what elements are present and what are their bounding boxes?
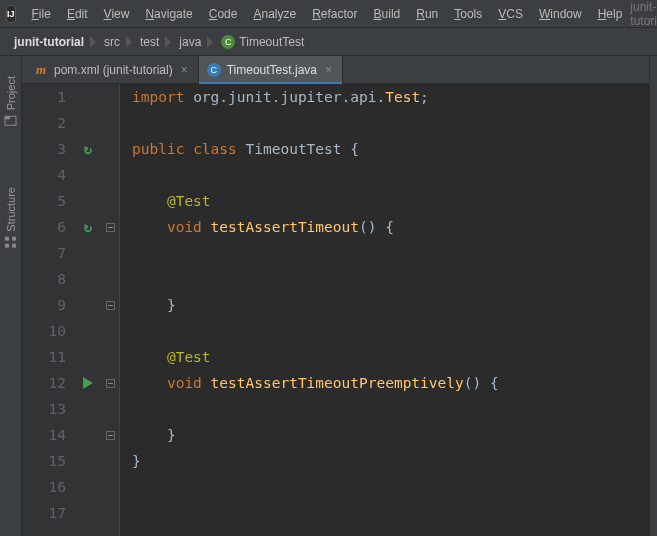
tool-tab-label: Project bbox=[5, 76, 17, 110]
gutter-marker-empty bbox=[74, 448, 102, 474]
breadcrumb-segment[interactable]: test bbox=[134, 33, 165, 51]
chevron-right-icon bbox=[126, 34, 134, 50]
code-line[interactable] bbox=[132, 110, 657, 136]
menu-window[interactable]: Window bbox=[531, 3, 590, 25]
close-icon[interactable]: × bbox=[179, 63, 190, 77]
menu-code[interactable]: Code bbox=[201, 3, 246, 25]
gutter-marker-empty bbox=[74, 396, 102, 422]
gutter-marker-empty bbox=[74, 318, 102, 344]
code-line[interactable]: @Test bbox=[132, 344, 657, 370]
code-line[interactable] bbox=[132, 500, 657, 526]
code-line[interactable] bbox=[132, 162, 657, 188]
tool-tab-project[interactable]: Project bbox=[4, 76, 17, 127]
fold-empty bbox=[102, 136, 119, 162]
fold-empty bbox=[102, 448, 119, 474]
line-number: 14 bbox=[22, 422, 66, 448]
line-number: 8 bbox=[22, 266, 66, 292]
code-line[interactable]: } bbox=[132, 422, 657, 448]
gutter-marker-empty bbox=[74, 162, 102, 188]
line-number: 3 bbox=[22, 136, 66, 162]
menu-help[interactable]: Help bbox=[590, 3, 631, 25]
window-title: junit-tutori bbox=[630, 0, 657, 28]
breadcrumb: junit-tutorial srctestjava C TimeoutTest bbox=[0, 28, 657, 56]
code-editor[interactable]: 1234567891011121314151617 ↻↻ import org.… bbox=[22, 84, 657, 536]
project-icon bbox=[4, 114, 17, 127]
gutter-marker-empty bbox=[74, 292, 102, 318]
line-number: 1 bbox=[22, 84, 66, 110]
fold-empty bbox=[102, 162, 119, 188]
breadcrumb-root[interactable]: junit-tutorial bbox=[8, 33, 90, 51]
fold-empty bbox=[102, 240, 119, 266]
code-line[interactable] bbox=[132, 396, 657, 422]
menu-navigate[interactable]: Navigate bbox=[137, 3, 200, 25]
menu-run[interactable]: Run bbox=[408, 3, 446, 25]
close-icon[interactable]: × bbox=[323, 63, 334, 77]
fold-handle[interactable] bbox=[102, 370, 119, 396]
line-number: 15 bbox=[22, 448, 66, 474]
code-line[interactable]: void testAssertTimeout() { bbox=[132, 214, 657, 240]
line-number: 10 bbox=[22, 318, 66, 344]
menu-refactor[interactable]: Refactor bbox=[304, 3, 365, 25]
code-line[interactable]: void testAssertTimeoutPreemptively() { bbox=[132, 370, 657, 396]
ide-logo: IJ bbox=[6, 5, 16, 23]
breadcrumb-class[interactable]: C TimeoutTest bbox=[215, 33, 310, 51]
editor-tab[interactable]: CTimeoutTest.java× bbox=[199, 56, 343, 83]
svg-rect-1 bbox=[5, 116, 10, 119]
gutter-marker-empty bbox=[74, 84, 102, 110]
gutter-marker-empty bbox=[74, 344, 102, 370]
fold-handle[interactable] bbox=[102, 214, 119, 240]
line-number: 6 bbox=[22, 214, 66, 240]
code-line[interactable] bbox=[132, 318, 657, 344]
fold-handle[interactable] bbox=[102, 292, 119, 318]
menu-tools[interactable]: Tools bbox=[446, 3, 490, 25]
menu-edit[interactable]: Edit bbox=[59, 3, 96, 25]
line-number: 7 bbox=[22, 240, 66, 266]
maven-icon: m bbox=[34, 63, 48, 77]
override-gutter-icon[interactable]: ↻ bbox=[74, 214, 102, 240]
class-icon: C bbox=[221, 35, 235, 49]
java-class-icon: C bbox=[207, 63, 221, 77]
tool-tab-structure[interactable]: Structure bbox=[4, 187, 17, 249]
fold-empty bbox=[102, 344, 119, 370]
menu-vcs[interactable]: VCS bbox=[490, 3, 531, 25]
line-number: 11 bbox=[22, 344, 66, 370]
menu-view[interactable]: View bbox=[96, 3, 138, 25]
main: Project Structure mpom.xml (junit-tutori… bbox=[0, 56, 657, 536]
menu-analyze[interactable]: Analyze bbox=[245, 3, 304, 25]
fold-empty bbox=[102, 318, 119, 344]
code-line[interactable]: import org.junit.jupiter.api.Test; bbox=[132, 84, 657, 110]
fold-handle[interactable] bbox=[102, 422, 119, 448]
marker-gutter: ↻↻ bbox=[74, 84, 102, 536]
menu-file[interactable]: File bbox=[24, 3, 59, 25]
override-gutter-icon[interactable]: ↻ bbox=[74, 136, 102, 162]
svg-rect-4 bbox=[5, 244, 9, 248]
svg-rect-2 bbox=[5, 237, 9, 241]
editor-area: mpom.xml (junit-tutorial)×CTimeoutTest.j… bbox=[22, 56, 657, 536]
code-line[interactable]: public class TimeoutTest { bbox=[132, 136, 657, 162]
gutter-marker-empty bbox=[74, 266, 102, 292]
tab-label: TimeoutTest.java bbox=[227, 63, 317, 77]
line-number: 17 bbox=[22, 500, 66, 526]
code-line[interactable]: } bbox=[132, 292, 657, 318]
svg-rect-3 bbox=[12, 237, 16, 241]
code-line[interactable]: @Test bbox=[132, 188, 657, 214]
fold-empty bbox=[102, 500, 119, 526]
editor-tab[interactable]: mpom.xml (junit-tutorial)× bbox=[26, 56, 199, 83]
breadcrumb-segment[interactable]: src bbox=[98, 33, 126, 51]
code-line[interactable] bbox=[132, 240, 657, 266]
code-content[interactable]: import org.junit.jupiter.api.Test;public… bbox=[120, 84, 657, 536]
editor-tabs: mpom.xml (junit-tutorial)×CTimeoutTest.j… bbox=[22, 56, 657, 84]
breadcrumb-segment[interactable]: java bbox=[173, 33, 207, 51]
code-line[interactable] bbox=[132, 474, 657, 500]
code-line[interactable] bbox=[132, 266, 657, 292]
line-number: 4 bbox=[22, 162, 66, 188]
run-gutter-icon[interactable] bbox=[74, 370, 102, 396]
code-line[interactable]: } bbox=[132, 448, 657, 474]
line-number: 13 bbox=[22, 396, 66, 422]
gutter-marker-empty bbox=[74, 474, 102, 500]
line-number: 9 bbox=[22, 292, 66, 318]
line-number: 12 bbox=[22, 370, 66, 396]
menu-build[interactable]: Build bbox=[366, 3, 409, 25]
fold-empty bbox=[102, 474, 119, 500]
chevron-right-icon bbox=[165, 34, 173, 50]
